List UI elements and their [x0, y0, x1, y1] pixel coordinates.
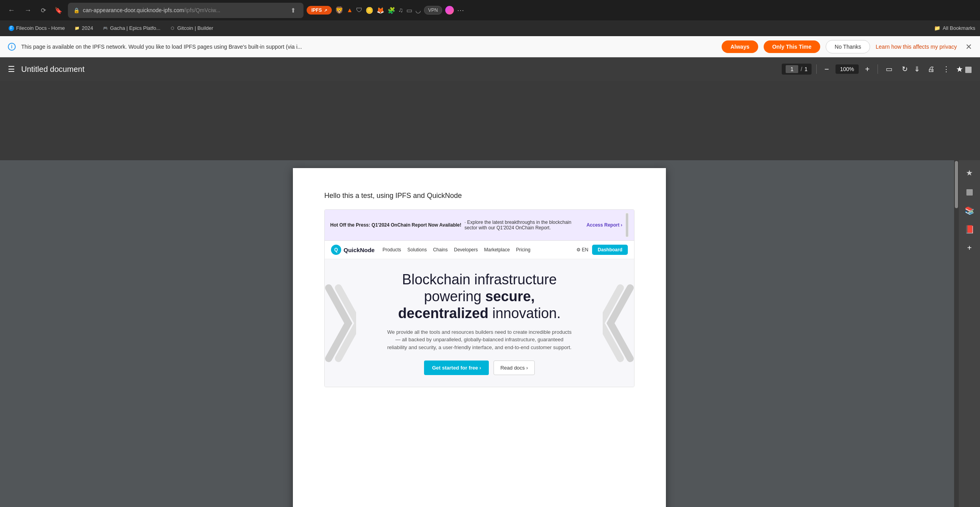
forward-button[interactable]: → — [21, 5, 35, 16]
folder-icon: 📁 — [934, 25, 940, 31]
fox-icon[interactable]: 🦊 — [377, 7, 384, 14]
qn-hero-right-decoration — [603, 259, 634, 387]
qn-nav-marketplace[interactable]: Marketplace — [484, 247, 510, 253]
download-button[interactable]: ⇓ — [911, 63, 923, 75]
gitcoin-favicon: ⬡ — [170, 26, 176, 31]
qn-language-selector[interactable]: ⚙ EN — [576, 247, 589, 253]
quicknode-screenshot: Hot Off the Press: Q1'2024 OnChain Repor… — [324, 209, 634, 387]
pdf-controls: / 1 − 100% + ▭ ↻ — [782, 63, 911, 75]
close-notification-button[interactable]: ✕ — [965, 42, 972, 51]
bookmark-gacha[interactable]: 🎮 Gacha | Epics Platfo... — [99, 24, 164, 33]
brave-lion-icon[interactable]: 🦁 — [335, 6, 344, 15]
privacy-link[interactable]: Learn how this affects my privacy — [876, 44, 957, 50]
picture-sidebar-button[interactable]: ▦ — [965, 64, 972, 74]
sidebar-star-button[interactable]: ★ — [963, 165, 976, 181]
profile-icon[interactable] — [445, 6, 454, 15]
sidebar-notes-button[interactable]: 📕 — [962, 221, 978, 237]
folder-favicon: 📁 — [74, 26, 80, 31]
only-this-time-button[interactable]: Only This Time — [764, 40, 820, 53]
info-icon: i — [8, 43, 16, 51]
screenshot-icon[interactable]: ◡ — [415, 7, 421, 14]
back-button[interactable]: ← — [5, 5, 18, 16]
qn-nav-developers[interactable]: Developers — [454, 247, 478, 253]
browser-extensions: 🛡 🪙 🦊 🧩 ♫ ▭ ◡ VPN ⋯ — [356, 6, 464, 15]
fit-page-button[interactable]: ▭ — [883, 63, 896, 75]
sidebar-add-button[interactable]: + — [964, 240, 975, 256]
qn-nav-products[interactable]: Products — [382, 247, 401, 253]
divider-2 — [878, 64, 878, 74]
reload-button[interactable]: ⟳ — [38, 5, 49, 16]
qn-nav-right: ⚙ EN Dashboard — [576, 245, 628, 255]
qn-hero-left-decoration — [325, 259, 356, 387]
zoom-in-button[interactable]: + — [862, 64, 873, 75]
qn-logo-icon: Q — [331, 245, 341, 255]
notification-bar: i This page is available on the IPFS net… — [0, 36, 980, 57]
layout-icon[interactable]: ▭ — [406, 7, 412, 14]
always-button[interactable]: Always — [722, 40, 758, 53]
qn-get-started-button[interactable]: Get started for free › — [424, 361, 489, 375]
qn-logo-text: QuickNode — [344, 247, 375, 253]
address-bar[interactable]: 🔒 can-appearance-door.quicknode-ipfs.com… — [68, 3, 304, 18]
qn-nav-chains[interactable]: Chains — [433, 247, 448, 253]
bookmarks-bar: F Filecoin Docs - Home 📁 2024 🎮 Gacha | … — [0, 20, 980, 36]
page-input-group: / 1 — [782, 64, 812, 75]
share-button[interactable]: ⬆ — [288, 5, 298, 16]
qn-announcement-bar: Hot Off the Press: Q1'2024 OnChain Repor… — [325, 210, 634, 241]
rotate-button[interactable]: ↻ — [899, 63, 911, 75]
pdf-greeting-text: Hello this a test, using IPFS and QuickN… — [324, 192, 634, 200]
more-options-button[interactable]: ⋮ — [940, 63, 953, 75]
qn-access-report-button[interactable]: Access Report › — [587, 222, 622, 228]
bookmark-filecoin-label: Filecoin Docs - Home — [16, 25, 65, 31]
pdf-title: Untitled document — [21, 65, 782, 74]
qn-nav: Q QuickNode Products Solutions Chains De… — [325, 241, 634, 259]
no-thanks-button[interactable]: No Thanks — [826, 40, 870, 53]
external-link-icon: ↗ — [324, 8, 327, 13]
url-text: can-appearance-door.quicknode-ipfs.com/i… — [83, 7, 285, 13]
pdf-page: Hello this a test, using IPFS and QuickN… — [293, 168, 666, 507]
bookmark-2024[interactable]: 📁 2024 — [70, 24, 97, 33]
ipfs-badge[interactable]: IPFS ↗ — [307, 6, 332, 15]
page-separator: / — [801, 66, 802, 72]
qn-nav-pricing[interactable]: Pricing — [516, 247, 530, 253]
bookmark-icon-button[interactable]: 🔖 — [52, 5, 65, 16]
all-bookmarks-label: All Bookmarks — [943, 25, 975, 31]
menu-button[interactable]: ⋯ — [457, 6, 464, 15]
zoom-out-button[interactable]: − — [821, 64, 832, 75]
zoom-level: 100% — [836, 64, 859, 74]
sidebar-image-button[interactable]: ▦ — [963, 184, 976, 200]
qn-hero-title: Blockchain infrastructure powering secur… — [385, 271, 574, 322]
bookmark-filecoin[interactable]: F Filecoin Docs - Home — [5, 24, 69, 33]
bookmark-gitcoin[interactable]: ⬡ Gitcoin | Builder — [166, 24, 218, 33]
bookmark-gitcoin-label: Gitcoin | Builder — [177, 25, 214, 31]
pdf-header: ☰ Untitled document / 1 − 100% + ▭ ↻ ⇓ 🖨… — [0, 57, 980, 81]
music-icon[interactable]: ♫ — [399, 7, 403, 14]
scrollbar[interactable] — [954, 160, 959, 507]
right-sidebar: ★ ▦ 📚 📕 + — [959, 160, 980, 507]
qn-dashboard-button[interactable]: Dashboard — [592, 245, 628, 255]
sidebar-book-button[interactable]: 📚 — [962, 203, 978, 218]
bookmark-gacha-label: Gacha | Epics Platfo... — [110, 25, 160, 31]
qn-announcement-message: · Explore the latest breakthroughs in th… — [464, 220, 583, 231]
qn-announcement-hot-text: Hot Off the Press: Q1'2024 OnChain Repor… — [330, 222, 461, 228]
star-sidebar-button[interactable]: ★ — [956, 64, 963, 74]
puzzle-icon[interactable]: 🧩 — [388, 7, 395, 14]
page-current-input[interactable] — [786, 65, 798, 73]
qn-hero-content: Blockchain infrastructure powering secur… — [385, 271, 574, 375]
all-bookmarks[interactable]: 📁 All Bookmarks — [934, 25, 975, 31]
mercury-icon[interactable]: 🪙 — [366, 7, 373, 14]
print-button[interactable]: 🖨 — [925, 64, 938, 75]
lock-icon: 🔒 — [73, 7, 80, 13]
hamburger-button[interactable]: ☰ — [8, 64, 15, 74]
vpn-badge[interactable]: VPN — [424, 6, 442, 15]
qn-read-docs-button[interactable]: Read docs › — [494, 361, 534, 375]
qn-nav-solutions[interactable]: Solutions — [408, 247, 427, 253]
qn-nav-items: Products Solutions Chains Developers Mar… — [382, 247, 568, 253]
qn-hero-subtitle: We provide all the tools and resources b… — [385, 328, 574, 351]
scrollbar-thumb[interactable] — [955, 161, 958, 208]
pdf-right-actions: ⇓ 🖨 ⋮ — [911, 63, 953, 75]
brave-rewards-icon[interactable]: ▲ — [347, 7, 353, 14]
bitwarden-icon[interactable]: 🛡 — [356, 7, 362, 14]
qn-logo: Q QuickNode — [331, 245, 375, 255]
qn-hero: Blockchain infrastructure powering secur… — [325, 259, 634, 387]
divider-1 — [816, 64, 817, 74]
